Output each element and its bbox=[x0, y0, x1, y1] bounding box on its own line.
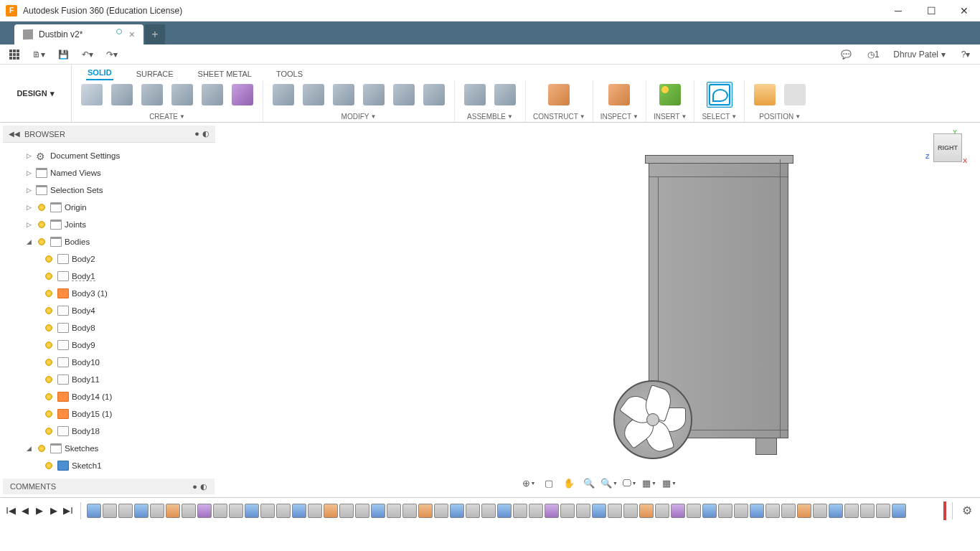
save-button[interactable]: 💾 bbox=[56, 47, 70, 62]
tree-bodies[interactable]: ◢Bodies bbox=[3, 233, 215, 250]
timeline-start-button[interactable]: I◀ bbox=[4, 504, 17, 517]
timeline-feature[interactable] bbox=[750, 504, 764, 518]
timeline-feature[interactable] bbox=[513, 504, 527, 518]
shell-button[interactable] bbox=[331, 82, 357, 108]
tree-body4[interactable]: Body4 bbox=[3, 302, 215, 319]
browser-header[interactable]: ◀◀ BROWSER ●◐ bbox=[3, 126, 215, 143]
timeline-feature[interactable] bbox=[623, 504, 638, 518]
press-pull-button[interactable] bbox=[270, 82, 296, 108]
panel-assemble-label[interactable]: ASSEMBLE▼ bbox=[467, 113, 513, 122]
timeline-feature[interactable] bbox=[450, 504, 464, 518]
revolve-button[interactable] bbox=[139, 82, 165, 108]
display-settings-button[interactable]: 🖵▼ bbox=[621, 476, 638, 490]
file-menu-button[interactable]: 🗎▾ bbox=[32, 47, 46, 62]
comments-options-icon[interactable]: ● bbox=[192, 482, 197, 491]
tree-body11[interactable]: Body11 bbox=[3, 371, 215, 388]
tab-sheet-metal[interactable]: SHEET METAL bbox=[197, 67, 253, 80]
timeline-feature[interactable] bbox=[134, 504, 149, 518]
zoom-button[interactable]: 🔍 bbox=[580, 476, 598, 490]
timeline-feature[interactable] bbox=[103, 504, 117, 518]
tree-body15[interactable]: Body15 (1) bbox=[3, 405, 215, 423]
comments-bar[interactable]: COMMENTS ●◐ bbox=[3, 479, 215, 494]
timeline-feature[interactable] bbox=[434, 504, 448, 518]
comments-expand-icon[interactable]: ◐ bbox=[200, 482, 207, 491]
undo-button[interactable]: ↶▾ bbox=[80, 47, 95, 62]
timeline-feature[interactable] bbox=[844, 504, 859, 518]
tree-body8[interactable]: Body8 bbox=[3, 319, 215, 336]
tree-document-settings[interactable]: ▷⚙Document Settings bbox=[3, 147, 215, 164]
new-tab-button[interactable]: + bbox=[145, 24, 165, 44]
combine-button[interactable] bbox=[361, 82, 387, 108]
joint-button[interactable] bbox=[492, 82, 518, 108]
notifications-button[interactable]: 💬 bbox=[839, 47, 853, 62]
caret-right-icon[interactable]: ▷ bbox=[24, 221, 33, 228]
tab-surface[interactable]: SURFACE bbox=[135, 67, 175, 80]
timeline-feature[interactable] bbox=[560, 504, 575, 518]
tab-solid[interactable]: SOLID bbox=[86, 66, 113, 80]
caret-right-icon[interactable]: ▷ bbox=[24, 204, 33, 211]
tree-body2[interactable]: Body2 bbox=[3, 250, 215, 268]
tree-joints[interactable]: ▷Joints bbox=[3, 216, 215, 233]
grid-settings-button[interactable]: ▦▼ bbox=[641, 476, 658, 490]
timeline-feature[interactable] bbox=[182, 504, 196, 518]
pattern-button[interactable] bbox=[199, 82, 225, 108]
data-panel-button[interactable] bbox=[7, 47, 22, 62]
fillet-button[interactable] bbox=[301, 82, 326, 108]
panel-select-label[interactable]: SELECT▼ bbox=[702, 113, 737, 122]
timeline-feature[interactable] bbox=[702, 504, 717, 518]
panel-construct-label[interactable]: CONSTRUCT▼ bbox=[533, 113, 585, 122]
timeline-feature[interactable] bbox=[529, 504, 543, 518]
position-capture-button[interactable] bbox=[752, 82, 778, 108]
move-button[interactable] bbox=[421, 82, 447, 108]
caret-down-icon[interactable]: ◢ bbox=[24, 445, 33, 452]
visibility-toggle[interactable] bbox=[43, 322, 55, 334]
visibility-toggle[interactable] bbox=[43, 270, 55, 282]
caret-down-icon[interactable]: ◢ bbox=[24, 238, 33, 245]
timeline-feature[interactable] bbox=[213, 504, 227, 518]
timeline-feature[interactable] bbox=[150, 504, 164, 518]
browser-options-icon[interactable]: ● bbox=[194, 129, 199, 138]
timeline-play-button[interactable]: ▶ bbox=[33, 504, 46, 517]
visibility-toggle[interactable] bbox=[43, 425, 55, 437]
visibility-toggle[interactable] bbox=[43, 460, 55, 471]
workspace-switcher[interactable]: DESIGN▾ bbox=[0, 65, 72, 122]
browser-pin-icon[interactable]: ◐ bbox=[202, 129, 209, 138]
timeline-feature[interactable] bbox=[418, 504, 433, 518]
panel-position-label[interactable]: POSITION▼ bbox=[759, 113, 801, 122]
timeline-feature[interactable] bbox=[229, 504, 243, 518]
timeline-feature[interactable] bbox=[481, 504, 496, 518]
timeline-feature[interactable] bbox=[355, 504, 369, 518]
tree-origin[interactable]: ▷Origin bbox=[3, 199, 215, 216]
tree-named-views[interactable]: ▷Named Views bbox=[3, 164, 215, 182]
caret-right-icon[interactable]: ▷ bbox=[24, 152, 33, 159]
visibility-toggle[interactable] bbox=[43, 253, 55, 265]
timeline-feature[interactable] bbox=[734, 504, 748, 518]
select-button[interactable] bbox=[707, 82, 732, 108]
visibility-toggle[interactable] bbox=[43, 374, 55, 385]
timeline-feature[interactable] bbox=[118, 504, 133, 518]
look-at-button[interactable]: ▢ bbox=[540, 476, 557, 490]
insert-button[interactable] bbox=[657, 82, 683, 108]
timeline-feature[interactable] bbox=[765, 504, 780, 518]
visibility-toggle[interactable] bbox=[36, 236, 47, 248]
viewport-button[interactable]: ▦▼ bbox=[661, 476, 678, 490]
timeline-end-button[interactable]: ▶I bbox=[62, 504, 75, 517]
viewcube[interactable]: RIGHT Y X Z bbox=[930, 130, 966, 166]
timeline-feature[interactable] bbox=[655, 504, 669, 518]
timeline-feature[interactable] bbox=[402, 504, 417, 518]
document-tab[interactable]: Dustbin v2* × bbox=[14, 24, 143, 44]
timeline-feature[interactable] bbox=[197, 504, 212, 518]
tab-close-button[interactable]: × bbox=[129, 29, 135, 40]
timeline-feature[interactable] bbox=[308, 504, 322, 518]
timeline-feature[interactable] bbox=[466, 504, 480, 518]
user-menu[interactable]: Dhruv Patel ▾ bbox=[893, 50, 946, 60]
timeline-feature[interactable] bbox=[276, 504, 291, 518]
timeline-feature[interactable] bbox=[545, 504, 559, 518]
hole-button[interactable] bbox=[169, 82, 195, 108]
job-status-button[interactable]: ◷ 1 bbox=[866, 47, 880, 62]
timeline-feature[interactable] bbox=[687, 504, 701, 518]
timeline-feature[interactable] bbox=[292, 504, 306, 518]
timeline-feature[interactable] bbox=[781, 504, 796, 518]
tree-body14[interactable]: Body14 (1) bbox=[3, 388, 215, 405]
fit-button[interactable]: 🔍▼ bbox=[600, 476, 618, 490]
